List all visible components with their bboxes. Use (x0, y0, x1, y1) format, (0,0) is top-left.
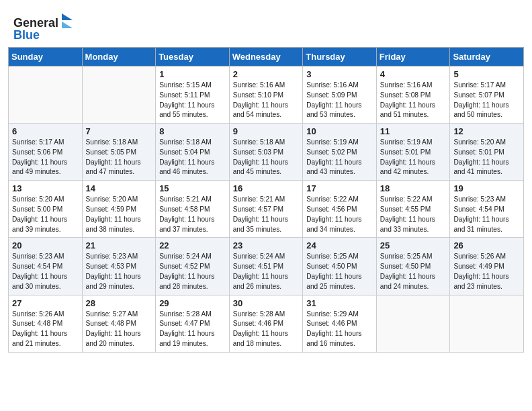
day-info: Sunrise: 5:18 AMSunset: 5:03 PMDaylight:… (233, 138, 300, 177)
day-number: 26 (453, 240, 520, 250)
weekday-header-monday: Monday (82, 48, 156, 66)
day-number: 12 (453, 126, 520, 136)
day-info: Sunrise: 5:22 AMSunset: 4:56 PMDaylight:… (306, 195, 373, 234)
day-number: 28 (86, 298, 152, 308)
calendar-cell (82, 66, 156, 124)
day-info: Sunrise: 5:28 AMSunset: 4:47 PMDaylight:… (159, 310, 226, 349)
day-number: 5 (453, 69, 520, 79)
day-number: 27 (12, 298, 79, 308)
day-number: 24 (306, 240, 373, 250)
calendar-cell: 29Sunrise: 5:28 AMSunset: 4:47 PMDayligh… (156, 295, 230, 352)
day-info: Sunrise: 5:18 AMSunset: 5:05 PMDaylight:… (86, 138, 152, 177)
weekday-header-saturday: Saturday (450, 48, 524, 66)
calendar-week-row: 13Sunrise: 5:20 AMSunset: 5:00 PMDayligh… (9, 181, 524, 238)
day-info: Sunrise: 5:17 AMSunset: 5:07 PMDaylight:… (453, 81, 520, 120)
day-number: 14 (86, 183, 152, 193)
weekday-header-sunday: Sunday (9, 48, 83, 66)
day-number: 19 (453, 183, 520, 193)
calendar-cell: 15Sunrise: 5:21 AMSunset: 4:58 PMDayligh… (156, 181, 230, 238)
day-number: 29 (159, 298, 226, 308)
calendar-cell: 21Sunrise: 5:23 AMSunset: 4:53 PMDayligh… (82, 238, 156, 295)
weekday-header-row: SundayMondayTuesdayWednesdayThursdayFrid… (9, 48, 524, 66)
calendar-cell: 12Sunrise: 5:20 AMSunset: 5:01 PMDayligh… (450, 124, 524, 181)
day-info: Sunrise: 5:25 AMSunset: 4:50 PMDaylight:… (306, 252, 373, 291)
day-info: Sunrise: 5:16 AMSunset: 5:08 PMDaylight:… (380, 81, 447, 120)
day-info: Sunrise: 5:20 AMSunset: 5:01 PMDaylight:… (453, 138, 520, 177)
svg-text:General: General (13, 16, 58, 30)
day-info: Sunrise: 5:28 AMSunset: 4:46 PMDaylight:… (233, 310, 300, 349)
day-number: 1 (159, 69, 226, 79)
calendar-cell: 3Sunrise: 5:16 AMSunset: 5:09 PMDaylight… (303, 66, 377, 124)
calendar-table: SundayMondayTuesdayWednesdayThursdayFrid… (8, 47, 524, 353)
day-number: 4 (380, 69, 447, 79)
calendar-cell: 8Sunrise: 5:18 AMSunset: 5:04 PMDaylight… (156, 124, 230, 181)
calendar-cell: 25Sunrise: 5:25 AMSunset: 4:50 PMDayligh… (376, 238, 450, 295)
day-info: Sunrise: 5:21 AMSunset: 4:58 PMDaylight:… (159, 195, 226, 234)
calendar-cell: 4Sunrise: 5:16 AMSunset: 5:08 PMDaylight… (376, 66, 450, 124)
day-info: Sunrise: 5:19 AMSunset: 5:01 PMDaylight:… (380, 138, 447, 177)
day-number: 3 (306, 69, 373, 79)
calendar-week-row: 1Sunrise: 5:15 AMSunset: 5:11 PMDaylight… (9, 66, 524, 124)
day-info: Sunrise: 5:26 AMSunset: 4:48 PMDaylight:… (12, 310, 79, 349)
calendar-cell: 10Sunrise: 5:19 AMSunset: 5:02 PMDayligh… (303, 124, 377, 181)
logo-svg: General Blue (13, 12, 81, 42)
day-number: 2 (233, 69, 300, 79)
day-info: Sunrise: 5:16 AMSunset: 5:10 PMDaylight:… (233, 81, 300, 120)
weekday-header-wednesday: Wednesday (229, 48, 303, 66)
day-info: Sunrise: 5:24 AMSunset: 4:52 PMDaylight:… (159, 252, 226, 291)
calendar-cell: 27Sunrise: 5:26 AMSunset: 4:48 PMDayligh… (9, 295, 83, 352)
day-info: Sunrise: 5:17 AMSunset: 5:06 PMDaylight:… (12, 138, 79, 177)
calendar-cell: 28Sunrise: 5:27 AMSunset: 4:48 PMDayligh… (82, 295, 156, 352)
calendar-cell: 16Sunrise: 5:21 AMSunset: 4:57 PMDayligh… (229, 181, 303, 238)
day-info: Sunrise: 5:15 AMSunset: 5:11 PMDaylight:… (159, 81, 226, 120)
day-number: 30 (233, 298, 300, 308)
calendar-cell: 14Sunrise: 5:20 AMSunset: 4:59 PMDayligh… (82, 181, 156, 238)
day-info: Sunrise: 5:26 AMSunset: 4:49 PMDaylight:… (453, 252, 520, 291)
calendar-cell: 17Sunrise: 5:22 AMSunset: 4:56 PMDayligh… (303, 181, 377, 238)
calendar-cell: 2Sunrise: 5:16 AMSunset: 5:10 PMDaylight… (229, 66, 303, 124)
day-number: 31 (306, 298, 373, 308)
svg-marker-3 (62, 21, 73, 28)
weekday-header-friday: Friday (376, 48, 450, 66)
weekday-header-tuesday: Tuesday (156, 48, 230, 66)
page: General Blue SundayMondayTuesdayWednesda… (0, 0, 532, 411)
calendar-cell: 24Sunrise: 5:25 AMSunset: 4:50 PMDayligh… (303, 238, 377, 295)
calendar-cell (450, 295, 524, 352)
calendar-cell: 31Sunrise: 5:29 AMSunset: 4:46 PMDayligh… (303, 295, 377, 352)
day-info: Sunrise: 5:24 AMSunset: 4:51 PMDaylight:… (233, 252, 300, 291)
day-info: Sunrise: 5:25 AMSunset: 4:50 PMDaylight:… (380, 252, 447, 291)
day-number: 23 (233, 240, 300, 250)
calendar-cell: 1Sunrise: 5:15 AMSunset: 5:11 PMDaylight… (156, 66, 230, 124)
calendar-cell: 23Sunrise: 5:24 AMSunset: 4:51 PMDayligh… (229, 238, 303, 295)
calendar-cell: 30Sunrise: 5:28 AMSunset: 4:46 PMDayligh… (229, 295, 303, 352)
day-info: Sunrise: 5:27 AMSunset: 4:48 PMDaylight:… (86, 310, 152, 349)
calendar-cell: 22Sunrise: 5:24 AMSunset: 4:52 PMDayligh… (156, 238, 230, 295)
day-info: Sunrise: 5:18 AMSunset: 5:04 PMDaylight:… (159, 138, 226, 177)
logo: General Blue (13, 12, 81, 42)
day-number: 21 (86, 240, 152, 250)
day-number: 22 (159, 240, 226, 250)
day-number: 13 (12, 183, 79, 193)
calendar-cell: 7Sunrise: 5:18 AMSunset: 5:05 PMDaylight… (82, 124, 156, 181)
day-number: 7 (86, 126, 152, 136)
calendar-week-row: 27Sunrise: 5:26 AMSunset: 4:48 PMDayligh… (9, 295, 524, 352)
calendar-cell: 9Sunrise: 5:18 AMSunset: 5:03 PMDaylight… (229, 124, 303, 181)
svg-marker-2 (62, 13, 73, 20)
day-info: Sunrise: 5:22 AMSunset: 4:55 PMDaylight:… (380, 195, 447, 234)
day-info: Sunrise: 5:29 AMSunset: 4:46 PMDaylight:… (306, 310, 373, 349)
day-info: Sunrise: 5:16 AMSunset: 5:09 PMDaylight:… (306, 81, 373, 120)
calendar-cell: 26Sunrise: 5:26 AMSunset: 4:49 PMDayligh… (450, 238, 524, 295)
day-info: Sunrise: 5:20 AMSunset: 4:59 PMDaylight:… (86, 195, 152, 234)
day-number: 6 (12, 126, 79, 136)
day-info: Sunrise: 5:19 AMSunset: 5:02 PMDaylight:… (306, 138, 373, 177)
calendar-cell: 18Sunrise: 5:22 AMSunset: 4:55 PMDayligh… (376, 181, 450, 238)
calendar-cell: 19Sunrise: 5:23 AMSunset: 4:54 PMDayligh… (450, 181, 524, 238)
calendar-cell: 5Sunrise: 5:17 AMSunset: 5:07 PMDaylight… (450, 66, 524, 124)
calendar-cell (376, 295, 450, 352)
day-info: Sunrise: 5:21 AMSunset: 4:57 PMDaylight:… (233, 195, 300, 234)
day-number: 10 (306, 126, 373, 136)
weekday-header-thursday: Thursday (303, 48, 377, 66)
day-info: Sunrise: 5:23 AMSunset: 4:54 PMDaylight:… (12, 252, 79, 291)
day-info: Sunrise: 5:20 AMSunset: 5:00 PMDaylight:… (12, 195, 79, 234)
day-number: 17 (306, 183, 373, 193)
